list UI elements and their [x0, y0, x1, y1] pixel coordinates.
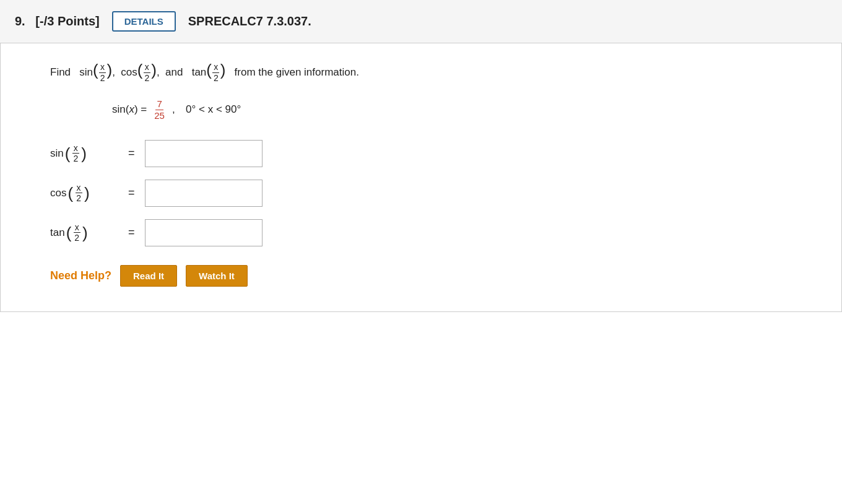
tan-label: tan(x2) [50, 222, 118, 244]
cos-input-row: cos(x2) = [50, 180, 817, 207]
sin-label: sin(x2) [50, 143, 118, 165]
watch-it-button[interactable]: Watch It [186, 265, 248, 287]
question-number: 9. [-/3 Points] [15, 14, 100, 28]
instruction-text: Find [50, 66, 77, 78]
need-help-row: Need Help? Read It Watch It [50, 265, 817, 287]
details-button[interactable]: DETAILS [112, 11, 176, 32]
given-info: sin(x) = 7 25 , 0° < x < 90° [112, 98, 817, 121]
sin-answer-input[interactable] [145, 140, 263, 167]
func1-label: sin(x2) [79, 66, 112, 78]
given-fraction: 7 25 [153, 98, 166, 121]
tan-answer-input[interactable] [145, 219, 263, 246]
func2-label: cos(x2) [121, 66, 157, 78]
tan-input-row: tan(x2) = [50, 219, 817, 246]
need-help-label: Need Help? [50, 269, 111, 282]
given-equation-label: sin(x) = [112, 103, 147, 116]
content-area: Find sin(x2), cos(x2), and tan(x2) from … [0, 43, 842, 312]
read-it-button[interactable]: Read It [120, 265, 177, 287]
header: 9. [-/3 Points] DETAILS SPRECALC7 7.3.03… [0, 0, 842, 43]
problem-statement: Find sin(x2), cos(x2), and tan(x2) from … [50, 62, 817, 84]
given-domain: 0° < x < 90° [186, 103, 241, 116]
sin-input-row: sin(x2) = [50, 140, 817, 167]
func3-label: tan(x2) [192, 66, 226, 78]
cos-answer-input[interactable] [145, 180, 263, 207]
cos-label: cos(x2) [50, 183, 118, 204]
problem-id: SPRECALC7 7.3.037. [188, 14, 311, 28]
